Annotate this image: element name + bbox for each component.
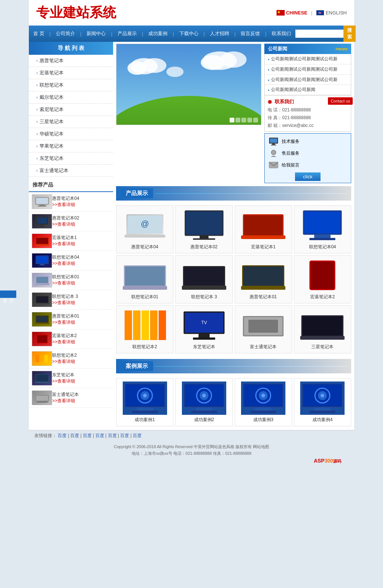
contact-email: 邮 箱：service@abc.cc — [268, 122, 348, 130]
search-input[interactable] — [295, 30, 343, 38]
recommend-item-10[interactable]: 东芝笔记本 >>查看详细 — [29, 369, 113, 388]
nav-about[interactable]: 公司简介 — [51, 27, 79, 41]
sidebar-nav-item-6[interactable]: 三星笔记本 — [29, 116, 113, 128]
recommend-item-8[interactable]: 宏基笔记本2 >>查看详细 — [29, 329, 113, 349]
case-item-1[interactable]: 成功案例1 — [116, 378, 173, 426]
svg-rect-64 — [304, 212, 340, 233]
svg-rect-46 — [272, 144, 275, 145]
recommend-item-6[interactable]: 联想笔记本 3 >>查看详细 — [29, 290, 113, 310]
recommend-img-9 — [32, 351, 52, 366]
svg-rect-86 — [199, 334, 210, 337]
sidebar-nav-item-2[interactable]: 宏基笔记本 — [29, 67, 113, 79]
news-item-2[interactable]: 公司新闻测试公司新闻测试公司新 — [265, 64, 351, 75]
product-item-11[interactable]: 富士通笔记本 — [235, 305, 292, 353]
recommend-item-11[interactable]: 富士通笔记本 >>查看详细 — [29, 388, 113, 408]
product-item-8[interactable]: 宏基笔记本2 — [294, 255, 351, 303]
click-button[interactable]: click — [295, 172, 321, 181]
nav-recruit[interactable]: 人才招聘 — [206, 27, 234, 41]
recommend-item-2[interactable]: 惠普笔记本02 >>查看详细 — [29, 212, 113, 231]
product-name-8: 宏基笔记本2 — [296, 294, 349, 300]
lang-english[interactable]: 🇬🇧 ENGLISH — [316, 10, 347, 16]
svg-rect-82 — [159, 310, 166, 340]
sidebar-nav-item-4[interactable]: 戴尔笔记本 — [29, 91, 113, 104]
tech-service-item[interactable]: 技术服务 — [267, 135, 349, 147]
footer-copyright: Copyright © 2006-2018 All Rights Reserve… — [34, 444, 349, 450]
case-item-2[interactable]: 成功案例2 — [175, 378, 233, 426]
nav-home[interactable]: 首 页 — [29, 27, 49, 41]
sidebar-nav-item-3[interactable]: 联想笔记本 — [29, 79, 113, 91]
sidebar-nav-item-8[interactable]: 苹果笔记本 — [29, 140, 113, 152]
message-item[interactable]: 给我留言 — [267, 159, 349, 171]
news-item-4[interactable]: 公司新闻测试公司新闻 — [265, 85, 351, 95]
product-item-6[interactable]: 联想笔记本 3 — [175, 255, 233, 303]
product-name-5: 联想笔记本01 — [118, 294, 171, 300]
nav-feedback[interactable]: 留言反馈 — [236, 27, 264, 41]
recommend-item-9[interactable]: 联想笔记本2 >>查看详细 — [29, 349, 113, 369]
product-item-4[interactable]: 联想笔记本04 — [294, 205, 351, 253]
product-item-2[interactable]: 惠普笔记本02 — [175, 205, 233, 253]
recommend-img-10 — [32, 371, 52, 386]
footer-link-7[interactable]: 百度 — [133, 433, 142, 438]
sidebar-nav-item-5[interactable]: 索尼笔记本 — [29, 104, 113, 116]
product-item-1[interactable]: @ 惠普笔记本04 — [116, 205, 173, 253]
case-item-4[interactable]: 成功案例4 — [294, 378, 351, 426]
footer-link-6[interactable]: 百度 — [120, 433, 129, 438]
footer-link-3[interactable]: 百度 — [83, 433, 92, 438]
footer-link-5[interactable]: 百度 — [108, 433, 117, 438]
product-item-10[interactable]: TV 东芝笔记本 — [175, 305, 233, 353]
sidebar-nav-item-9[interactable]: 东芝笔记本 — [29, 152, 113, 165]
product-item-7[interactable]: 惠普笔记本01 — [235, 255, 292, 303]
news-more[interactable]: +more — [335, 47, 348, 51]
sidebar-nav-item-1[interactable]: 惠普笔记本 — [29, 55, 113, 67]
footer-link-4[interactable]: 百度 — [95, 433, 104, 438]
recommend-item-4[interactable]: 联想笔记本04 >>查看详细 — [29, 251, 113, 271]
recommend-item-1[interactable]: 惠普笔记本04 >>查看详细 — [29, 192, 113, 212]
banner-dot-5[interactable] — [253, 118, 258, 122]
case-item-3[interactable]: 成功案例3 — [235, 378, 292, 426]
cases-section: 案例展示 成功案例1 成功案例2 — [116, 359, 351, 428]
svg-point-49 — [272, 151, 275, 154]
news-item-3[interactable]: 公司新闻测试公司新闻测试公司新 — [265, 75, 351, 85]
footer-link-2[interactable]: 百度 — [70, 433, 79, 438]
product-item-5[interactable]: 联想笔记本01 — [116, 255, 173, 303]
news-item-1[interactable]: 公司新闻测试公司新闻测试公司新 — [265, 54, 351, 64]
product-name-7: 惠普笔记本01 — [237, 294, 290, 300]
product-item-3[interactable]: 宏基笔记本1 — [235, 205, 292, 253]
banner-dot-3[interactable] — [241, 118, 246, 122]
svg-rect-3 — [38, 206, 47, 206]
contact-us-button[interactable]: Contact us — [328, 97, 353, 105]
lang-chinese[interactable]: ★ CHINESE — [277, 10, 308, 16]
nav-news[interactable]: 新闻中心 — [82, 27, 110, 41]
nav-products[interactable]: 产品展示 — [113, 27, 141, 41]
nav-download[interactable]: 下载中心 — [175, 27, 203, 41]
svg-rect-75 — [241, 286, 285, 290]
banner-dot-2[interactable] — [235, 118, 240, 122]
svg-rect-106 — [196, 407, 212, 411]
recommend-img-3 — [32, 233, 52, 248]
svg-rect-17 — [35, 284, 50, 285]
svg-rect-9 — [36, 238, 48, 244]
svg-rect-1 — [36, 198, 48, 204]
footer-link-1[interactable]: 百度 — [58, 433, 67, 438]
nav-contact[interactable]: 联系我们 — [267, 27, 295, 41]
svg-rect-27 — [40, 355, 44, 362]
sidebar-nav-item-7[interactable]: 华硕笔记本 — [29, 128, 113, 140]
svg-text:TV: TV — [201, 320, 207, 325]
product-item-12[interactable]: 三星笔记本 — [294, 305, 351, 353]
svg-rect-30 — [36, 375, 48, 381]
share-tab[interactable]: 分享 — [0, 290, 16, 298]
search-button[interactable]: 搜索 — [343, 26, 356, 42]
product-item-9[interactable]: 联想笔记本2 — [116, 305, 173, 353]
recommend-item-3[interactable]: 宏基笔记本1 >>查看详细 — [29, 231, 113, 251]
banner-dot-4[interactable] — [247, 118, 252, 122]
products-grid: @ 惠普笔记本04 惠普笔记本02 宏基笔记本1 — [116, 204, 351, 355]
recommend-item-7[interactable]: 惠普笔记本01 >>查看详细 — [29, 310, 113, 329]
product-img-3 — [241, 209, 285, 242]
recommend-img-2 — [32, 214, 52, 229]
banner-dot-1[interactable] — [230, 118, 234, 122]
sidebar-nav-item-10[interactable]: 富士通笔记本 — [29, 165, 113, 177]
news-list: 公司新闻测试公司新闻测试公司新 公司新闻测试公司新闻测试公司新 公司新闻测试公司… — [264, 54, 351, 95]
after-service-item[interactable]: 售后服务 — [267, 147, 349, 159]
recommend-item-5[interactable]: 联想笔记本01 >>查看详细 — [29, 271, 113, 290]
nav-cases[interactable]: 成功案例 — [144, 27, 172, 41]
